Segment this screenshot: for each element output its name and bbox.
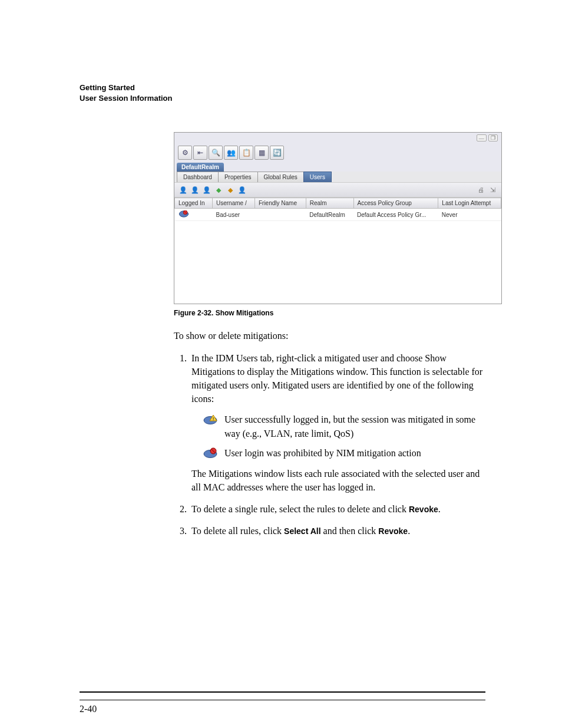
page-number: 2-40 (80, 704, 97, 714)
intro-text: To show or delete mitigations: (174, 329, 485, 342)
tab-dashboard[interactable]: Dashboard (177, 172, 219, 182)
tab-global-rules[interactable]: Global Rules (257, 172, 304, 182)
step-2: To delete a single rule, select the rule… (189, 502, 485, 516)
icon-item-2-text: User login was prohibited by NIM mitigat… (224, 448, 421, 458)
minimize-icon[interactable]: — (477, 134, 487, 141)
col-username[interactable]: Username / (212, 198, 254, 209)
col-last-login[interactable]: Last Login Attempt (438, 198, 501, 209)
cell-username: Bad-user (212, 209, 254, 221)
tab-users[interactable]: Users (303, 172, 332, 182)
step-3-text-a: To delete all rules, click (191, 526, 284, 536)
preferences-icon[interactable]: ⚙ (178, 146, 192, 160)
action-bar: 👤 👤 👤 ◆ ◆ 👤 🖨 ⇲ (174, 182, 501, 197)
col-friendly-name[interactable]: Friendly Name (254, 198, 306, 209)
header-line-2: User Session Information (80, 93, 485, 104)
realm-tab[interactable]: DefaultRealm (177, 163, 224, 172)
step-3-select-all: Select All (284, 526, 321, 536)
steps-list: In the IDM Users tab, right-click a miti… (174, 351, 485, 538)
cell-realm: DefaultRealm (306, 209, 353, 221)
print-icon[interactable]: 🖨 (475, 185, 486, 195)
tab-properties[interactable]: Properties (218, 172, 258, 182)
figure-caption: Figure 2-32. Show Mitigations (174, 309, 485, 317)
step-1-text: In the IDM Users tab, right-click a miti… (191, 353, 482, 404)
col-logged-in[interactable]: Logged In (175, 198, 213, 209)
cell-last-login: Never (438, 209, 501, 221)
table-row[interactable]: Bad-user DefaultRealm Default Access Pol… (175, 209, 501, 221)
diamond-orange-icon[interactable]: ◆ (225, 185, 236, 195)
sub-tab-bar: Dashboard Properties Global Rules Users (174, 172, 501, 182)
step-1: In the IDM Users tab, right-click a miti… (189, 351, 485, 495)
user-yellow-icon[interactable]: 👤 (178, 185, 189, 195)
main-toolbar: ⚙ ⇤ 🔍 👥 📋 ▦ 🔄 (174, 143, 501, 161)
step-2-revoke: Revoke (409, 505, 438, 514)
step-3-revoke: Revoke (378, 526, 408, 536)
col-realm[interactable]: Realm (306, 198, 353, 209)
back-icon[interactable]: ⇤ (193, 146, 207, 160)
step-3-text-c: and then click (321, 526, 379, 536)
step-3-text-e: . (408, 526, 410, 536)
user-grey2-icon[interactable]: 👤 (201, 185, 212, 195)
table-empty-area (174, 221, 501, 304)
col-apg[interactable]: Access Policy Group (353, 198, 438, 209)
refresh-icon[interactable]: 🔄 (270, 146, 284, 160)
step-3: To delete all rules, click Select All an… (189, 524, 485, 538)
find-icon[interactable]: 🔍 (209, 146, 223, 160)
grid-icon[interactable]: ▦ (254, 146, 269, 160)
idm-users-screenshot: — ❐ ⚙ ⇤ 🔍 👥 📋 ▦ 🔄 DefaultRealm Dashboard… (174, 132, 502, 304)
user-grey-icon[interactable]: 👤 (190, 185, 200, 195)
prohibited-login-icon (203, 447, 217, 457)
users-table: Logged In Username / Friendly Name Realm… (174, 197, 501, 221)
cell-friendly (254, 209, 306, 221)
step-1-para-2: The Mitigations window lists each rule a… (191, 467, 485, 494)
svg-text:!: ! (213, 416, 214, 421)
cell-logged-in-icon (175, 209, 213, 221)
report-icon[interactable]: 📋 (239, 146, 253, 160)
page-footer: 2-40 (80, 691, 485, 714)
prohibited-login-icon (178, 210, 188, 218)
icon-item-1: ! User successfully logged in, but the s… (203, 413, 485, 440)
step-2-text-c: . (438, 504, 441, 514)
window-controls: — ❐ (174, 133, 501, 143)
mitigated-session-icon: ! (203, 414, 217, 423)
cell-apg: Default Access Policy Gr... (353, 209, 438, 221)
icon-item-1-text: User successfully logged in, but the ses… (224, 414, 475, 438)
diamond-green-icon[interactable]: ◆ (213, 185, 224, 195)
restore-icon[interactable]: ❐ (488, 134, 498, 141)
users-icon[interactable]: 👥 (224, 146, 238, 160)
icon-item-2: User login was prohibited by NIM mitigat… (203, 446, 485, 460)
header-line-1: Getting Started (80, 83, 485, 93)
export-icon[interactable]: ⇲ (487, 185, 498, 195)
step-2-text-a: To delete a single rule, select the rule… (191, 504, 409, 514)
table-header-row: Logged In Username / Friendly Name Realm… (175, 198, 501, 209)
page-header: Getting Started User Session Information (80, 83, 485, 104)
user-config-icon[interactable]: 👤 (237, 185, 247, 195)
